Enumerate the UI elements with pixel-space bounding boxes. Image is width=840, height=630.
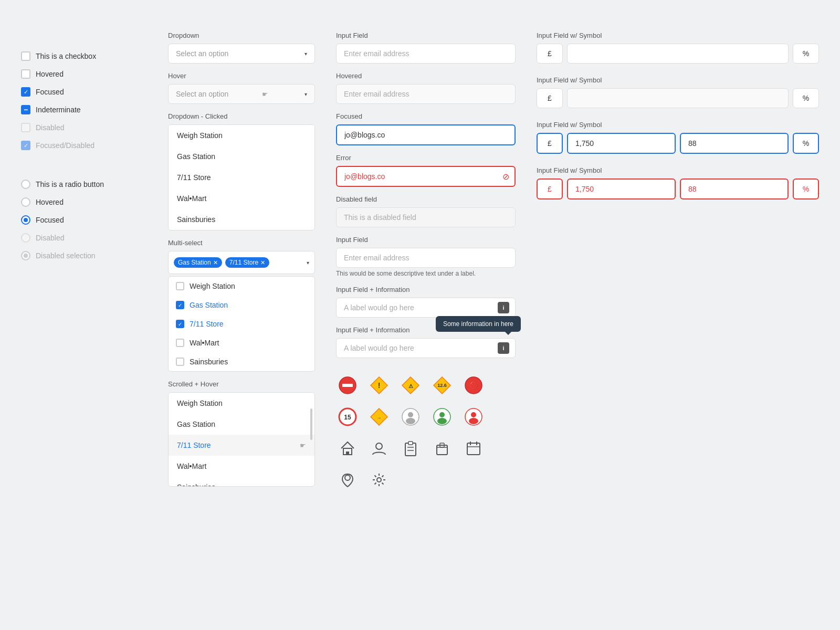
hover-dropdown-placeholder: Select an option — [176, 90, 228, 98]
ms-checkbox-gas[interactable]: ✓ — [176, 301, 184, 309]
calendar-nav-icon[interactable] — [462, 437, 485, 460]
symbol-input-error2[interactable] — [680, 178, 789, 200]
multiselect-chevron-icon: ▾ — [307, 260, 309, 266]
radio-label-hovered: Hovered — [36, 198, 64, 206]
checkbox-indeterminate[interactable]: − — [21, 105, 30, 114]
svg-text:🚫: 🚫 — [469, 381, 479, 390]
radio-item-unchecked[interactable]: This is a radio button — [21, 175, 147, 193]
ms-option-gas[interactable]: ✓ Gas Station — [169, 296, 314, 314]
svg-text:!: ! — [378, 381, 381, 390]
user-nav-icon[interactable] — [368, 437, 391, 460]
hover-dropdown-label: Hover — [168, 72, 315, 80]
scrolled-option-weigh[interactable]: Weigh Station — [169, 393, 314, 414]
checkbox-item-hovered[interactable]: Hovered — [21, 65, 147, 83]
symbol-prefix-normal: £ — [537, 44, 563, 64]
ms-checkbox-walmart[interactable] — [176, 339, 184, 347]
tag-711-remove[interactable]: ✕ — [260, 259, 265, 266]
home-icon[interactable] — [336, 437, 359, 460]
scrolled-option-711[interactable]: 7/11 Store ☛ — [169, 435, 314, 456]
ms-checkbox-sains[interactable] — [176, 358, 184, 366]
input-email-helper[interactable] — [336, 248, 516, 268]
no-trucks-icon: 🚫 — [462, 374, 485, 397]
symbol-suffix-normal: % — [793, 44, 819, 64]
symbol-input-focused2[interactable] — [680, 133, 789, 154]
multiselect-field[interactable]: Gas Station ✕ 7/11 Store ✕ ▾ — [168, 251, 315, 274]
input-field-label: Input Field — [336, 32, 516, 39]
input-email-focused[interactable] — [336, 124, 516, 145]
symbol-input-error1[interactable] — [567, 178, 676, 200]
info-icon[interactable]: i — [498, 302, 509, 313]
symbol-input-focused1[interactable] — [567, 133, 676, 154]
dropdown-clicked-menu: Weigh Station Gas Station 7/11 Store Wal… — [168, 124, 315, 230]
checkbox-label-focused: Focused — [36, 88, 64, 96]
svg-point-36 — [345, 475, 350, 480]
tag-gas-station-remove[interactable]: ✕ — [213, 259, 218, 266]
checkbox-hovered[interactable] — [21, 69, 30, 79]
input-email-hovered[interactable] — [336, 84, 516, 104]
ms-option-711[interactable]: ✓ 7/11 Store — [169, 314, 314, 333]
symbol-input-hovered[interactable] — [567, 88, 789, 108]
dropdown-option-1[interactable]: Gas Station — [169, 146, 314, 167]
user-green-icon — [430, 405, 454, 428]
input-info-tooltip[interactable] — [336, 338, 516, 358]
symbol-prefix-hovered: £ — [537, 88, 563, 108]
input-normal-wrapper — [336, 44, 516, 64]
dropdown-option-0[interactable]: Weigh Station — [169, 125, 314, 146]
ms-option-711-label: 7/11 Store — [190, 320, 224, 328]
dropdown-option-4[interactable]: Sainsburies — [169, 209, 314, 230]
checkbox-label-unchecked: This is a checkbox — [36, 52, 96, 60]
checkbox-focused[interactable]: ✓ — [21, 87, 30, 97]
input-error-wrapper: ⊘ — [336, 166, 516, 187]
dropdown-option-2[interactable]: 7/11 Store — [169, 167, 314, 188]
box-nav-icon[interactable] — [430, 437, 454, 460]
radio-unchecked[interactable] — [21, 180, 30, 189]
checkboxes-section: This is a checkbox Hovered ✓ Focused − I… — [21, 21, 147, 500]
error-field-label: Error — [336, 154, 516, 162]
radio-focused[interactable] — [21, 215, 30, 225]
input-info-wrapper: i — [336, 298, 516, 318]
tag-gas-station[interactable]: Gas Station ✕ — [174, 257, 222, 268]
ms-option-walmart[interactable]: Wal•Mart — [169, 333, 314, 352]
checkbox-unchecked[interactable] — [21, 51, 30, 61]
radio-disabled-selected — [21, 251, 30, 260]
input-helper-wrapper — [336, 248, 516, 268]
input-email-normal[interactable] — [336, 44, 516, 64]
checkbox-item-indeterminate[interactable]: − Indeterminate — [21, 101, 147, 119]
error-icon: ⊘ — [502, 172, 509, 182]
radio-item-focused[interactable]: Focused — [21, 211, 147, 229]
input-email-error[interactable] — [336, 166, 516, 187]
svg-text:12.6: 12.6 — [437, 383, 447, 388]
ms-checkbox-weigh[interactable] — [176, 282, 184, 290]
input-info[interactable] — [336, 298, 516, 318]
checkbox-item-focused[interactable]: ✓ Focused — [21, 83, 147, 101]
checkbox-item-unchecked[interactable]: This is a checkbox — [21, 47, 147, 65]
svg-text:→: → — [377, 415, 382, 421]
location-nav-icon[interactable] — [336, 468, 359, 491]
ms-checkbox-711[interactable]: ✓ — [176, 320, 184, 328]
input-disabled — [336, 207, 516, 227]
hovered-field-label: Hovered — [336, 72, 516, 80]
symbol-input-normal[interactable] — [567, 44, 789, 64]
scrolled-option-sains1[interactable]: Sainsburies — [169, 477, 314, 487]
tag-711-store[interactable]: 7/11 Store ✕ — [225, 257, 269, 268]
scrollbar[interactable] — [310, 408, 312, 440]
dropdown-option-3[interactable]: Wal•Mart — [169, 188, 314, 209]
svg-rect-24 — [346, 452, 349, 455]
radio-item-hovered[interactable]: Hovered — [21, 193, 147, 211]
symbol-field-label1: Input Field w/ Symbol — [537, 32, 819, 39]
svg-point-25 — [376, 443, 382, 449]
dropdown-field[interactable]: Select an option ▾ — [168, 44, 315, 64]
info-icon-tooltip[interactable]: i — [498, 342, 509, 354]
hover-chevron-icon: ▾ — [304, 91, 307, 97]
svg-rect-30 — [437, 445, 447, 455]
hover-dropdown-field[interactable]: Select an option ☛ ▾ — [168, 84, 315, 104]
settings-nav-icon[interactable] — [368, 468, 391, 491]
radio-disabled — [21, 233, 30, 243]
radio-hovered[interactable] — [21, 197, 30, 207]
clipboard-nav-icon[interactable] — [399, 437, 422, 460]
scrolled-option-walmart[interactable]: Wal•Mart — [169, 456, 314, 477]
svg-rect-1 — [342, 384, 353, 387]
ms-option-weigh[interactable]: Weigh Station — [169, 277, 314, 296]
ms-option-sains[interactable]: Sainsburies — [169, 352, 314, 371]
scrolled-option-gas[interactable]: Gas Station — [169, 414, 314, 435]
